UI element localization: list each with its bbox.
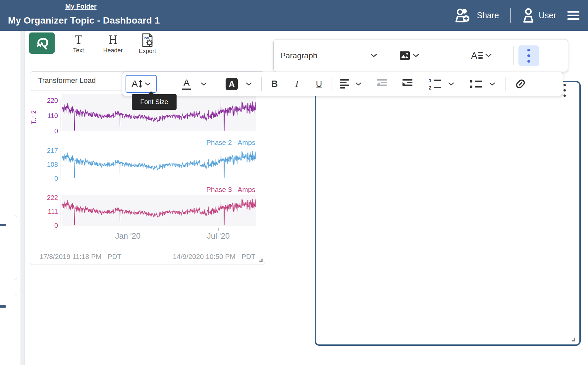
export-tool-label: Export (139, 48, 156, 55)
side-card-divider (0, 249, 17, 249)
font-size-icon: A (132, 79, 142, 89)
organizer-topic-page: My Folder My Organizer Topic - Dashboard… (0, 0, 588, 365)
seeq-logo-button[interactable] (29, 32, 55, 54)
editor-resize-handle-icon[interactable] (570, 336, 575, 342)
align-button[interactable] (337, 75, 365, 93)
chevron-down-icon (201, 82, 207, 86)
chart-title: Transformer Load (38, 76, 96, 85)
user-icon (522, 8, 535, 23)
insert-image-button[interactable] (396, 47, 422, 65)
resize-handle-icon[interactable] (258, 257, 263, 262)
underline-button[interactable]: U (313, 75, 326, 93)
header-actions: Share User (454, 0, 579, 31)
lane1-tick-mid: 110 (38, 112, 58, 119)
lane2-tick-zero: 0 (38, 175, 58, 182)
editor-toolbar-primary: Paragraph A (273, 39, 568, 72)
chevron-down-icon (485, 54, 492, 57)
text-tool-label: Text (73, 47, 84, 54)
lane2-series-label[interactable]: Phase 2 - Amps (156, 139, 255, 147)
toolbar-divider (513, 46, 514, 65)
export-pdf-button[interactable]: PDF Export (137, 32, 158, 55)
chevron-down-icon (448, 82, 454, 86)
chevron-down-icon (371, 54, 377, 57)
outdent-icon (377, 79, 387, 89)
lane2-tick-mid: 108 (38, 161, 58, 168)
toolbar-divider (261, 77, 262, 91)
paragraph-style-select[interactable]: Paragraph (280, 46, 377, 66)
lane3-tick-zero: 0 (38, 222, 58, 229)
start-timezone: PDT (108, 253, 122, 261)
plus-icon[interactable] (0, 305, 6, 308)
left-panel-divider (0, 56, 21, 56)
end-timezone: PDT (241, 253, 255, 261)
bold-button[interactable]: B (268, 75, 281, 93)
background-color-icon: A (226, 78, 238, 90)
link-icon (515, 78, 526, 90)
lane3-tick-mid: 111 (38, 208, 58, 215)
lane2-tick-max: 217 (38, 147, 58, 154)
clipped-side-card[interactable] (0, 294, 17, 365)
seeq-logo-icon (34, 35, 50, 51)
lane3-trend-plot[interactable] (62, 195, 256, 226)
insert-text-button[interactable]: T Text (68, 32, 89, 54)
header-tool-label: Header (103, 47, 123, 54)
toolbar-more-options-button[interactable] (518, 45, 539, 66)
toolbar-divider (463, 46, 463, 65)
background-color-button[interactable]: A (222, 75, 255, 93)
bullet-list-button[interactable] (466, 75, 499, 93)
user-menu-button[interactable]: User (522, 8, 556, 23)
x-tick-label-jan: Jan '20 (105, 231, 151, 241)
insert-link-button[interactable] (511, 75, 529, 93)
lane3-series-label[interactable]: Phase 3 - Amps (156, 186, 255, 194)
outdent-button[interactable] (374, 75, 390, 93)
lane2-trend-plot[interactable] (62, 148, 256, 179)
plus-icon[interactable] (0, 224, 6, 226)
font-color-icon: A (182, 78, 191, 90)
editor-toolbar-secondary: A A A B I U (122, 72, 563, 96)
export-pdf-icon: PDF (141, 33, 153, 47)
font-color-button[interactable]: A (179, 75, 210, 93)
chevron-down-icon (413, 54, 419, 57)
text-tool-icon: T (75, 33, 82, 46)
indent-icon (402, 79, 412, 89)
italic-button[interactable]: I (292, 75, 302, 93)
text-style-button[interactable]: A (468, 47, 495, 65)
svg-text:PDF: PDF (144, 36, 150, 39)
align-left-icon (340, 79, 349, 89)
lane1-y-axis (61, 101, 61, 131)
x-tickmark-jul (218, 228, 219, 231)
panel-splitter[interactable] (21, 31, 25, 365)
indent-button[interactable] (399, 75, 416, 93)
paragraph-style-value: Paragraph (280, 51, 317, 60)
document-toolbar: T Text H Header PDF Export (29, 32, 158, 55)
top-header-bar: My Folder My Organizer Topic - Dashboard… (0, 0, 588, 31)
range-end-timestamp[interactable]: 14/9/2020 10:50 PM PDT (173, 253, 255, 261)
range-start-timestamp[interactable]: 17/8/2019 11:18 PM PDT (39, 253, 122, 261)
lane1-tick-max: 220 (38, 97, 58, 104)
toolbar-divider (332, 77, 332, 91)
breadcrumb[interactable]: My Folder (65, 3, 96, 10)
toolbar-divider (506, 77, 506, 91)
ordered-list-icon: 1 2 (429, 78, 441, 91)
chevron-down-icon (355, 82, 361, 86)
image-icon (400, 51, 410, 60)
end-datetime: 14/9/2020 10:50 PM (173, 253, 236, 261)
ordered-list-button[interactable]: 1 2 (425, 75, 457, 93)
share-label: Share (477, 11, 499, 20)
font-style-icon: A (471, 51, 477, 61)
share-user-plus-icon (454, 8, 473, 23)
chart-x-axis (62, 228, 256, 228)
content-box-kebab-menu[interactable] (563, 84, 566, 97)
header-divider (510, 8, 511, 23)
insert-header-button[interactable]: H Header (102, 32, 124, 54)
hamburger-menu-icon[interactable] (567, 11, 579, 20)
x-tick-label-jul: Jul '20 (195, 231, 241, 241)
chevron-down-icon (145, 82, 151, 86)
font-size-button[interactable]: A (126, 75, 157, 93)
start-datetime: 17/8/2019 11:18 PM (39, 253, 102, 261)
clipped-side-card[interactable] (0, 215, 17, 280)
content-editor-box[interactable] (315, 81, 581, 346)
share-button[interactable]: Share (454, 8, 499, 23)
lane3-y-axis (61, 198, 61, 226)
font-size-tooltip: Font Size (132, 94, 177, 110)
